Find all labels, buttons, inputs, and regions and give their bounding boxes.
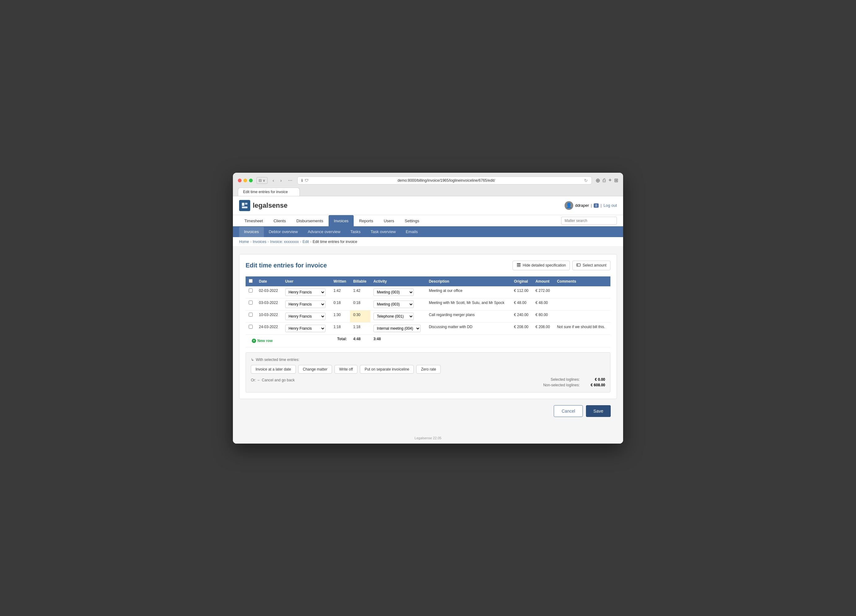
page-content: Edit time entries for invoice Hide detai…: [233, 247, 623, 432]
grid-button[interactable]: ⋯: [287, 177, 294, 184]
page-header: Edit time entries for invoice Hide detai…: [246, 261, 610, 270]
avatar: 👤: [565, 201, 573, 210]
tab-bar: Edit time entries for invoice: [238, 187, 618, 196]
col-amount: Amount: [533, 277, 554, 286]
minimize-button[interactable]: [243, 178, 247, 182]
cell-billable: 1:18: [350, 322, 370, 334]
user-select[interactable]: Henry Francis: [285, 289, 325, 296]
nav-settings[interactable]: Settings: [400, 215, 425, 226]
cancel-link[interactable]: Or: ← Cancel and go back: [251, 378, 543, 382]
total-label: Total:: [331, 334, 350, 347]
browser-chrome: ⊟ ∨ ‹ › ⋯ ℹ 🛡 demo:8000/billing/invoice/…: [233, 173, 623, 196]
footer: Legalsense 22.05: [233, 432, 623, 444]
activity-select[interactable]: Meeting (003): [374, 289, 414, 296]
invoice-later-button[interactable]: Invoice at a later date: [251, 365, 296, 373]
cell-amount: € 80.00: [533, 310, 554, 322]
back-button[interactable]: ‹: [271, 177, 275, 184]
svg-rect-3: [517, 263, 520, 264]
nav-disbursements[interactable]: Disbursements: [291, 215, 329, 226]
address-bar[interactable]: ℹ 🛡 demo:8000/billing/invoice/1965/logli…: [297, 177, 592, 184]
new-tab-icon[interactable]: +: [608, 177, 612, 184]
logout-link[interactable]: Log out: [604, 203, 617, 208]
svg-rect-2: [242, 206, 248, 208]
activity-select[interactable]: Internal meeting (004): [374, 325, 420, 332]
forward-button[interactable]: ›: [279, 177, 283, 184]
breadcrumb-home[interactable]: Home: [239, 240, 249, 244]
actions-layout: Or: ← Cancel and go back Selected loglin…: [251, 377, 605, 387]
subnav-invoices[interactable]: Invoices: [239, 227, 264, 237]
col-activity: Activity: [370, 277, 426, 286]
nav-reports[interactable]: Reports: [354, 215, 379, 226]
share-icon[interactable]: ⎙: [603, 178, 606, 183]
subnav-task-overview[interactable]: Task overview: [365, 227, 401, 237]
breadcrumb-invoices[interactable]: Invoices: [253, 240, 266, 244]
subnav-tasks[interactable]: Tasks: [345, 227, 365, 237]
action-buttons: Invoice at a later date Change matter Wr…: [251, 365, 605, 373]
breadcrumb-edit[interactable]: Edit: [303, 240, 309, 244]
sidebar-toggle-button[interactable]: ⊟ ∨: [256, 177, 268, 184]
menu-icon[interactable]: ⊞: [614, 177, 618, 183]
cell-activity: Telephone (001): [370, 310, 426, 322]
save-button[interactable]: Save: [586, 405, 611, 417]
close-button[interactable]: [238, 178, 242, 182]
table-row: 02-03-2022 Henry Francis 1:42 1:42 Meeti: [246, 286, 610, 298]
svg-rect-0: [242, 203, 244, 206]
cell-amount: € 48.00: [533, 298, 554, 310]
breadcrumb-invoice[interactable]: Invoice: xxxxxxxx: [270, 240, 299, 244]
cell-user: Henry Francis: [282, 298, 331, 310]
new-row-button[interactable]: + New row: [249, 337, 279, 345]
maximize-button[interactable]: [249, 178, 253, 182]
activity-select[interactable]: Telephone (001): [374, 313, 414, 320]
matter-search-input[interactable]: [561, 217, 617, 225]
active-tab[interactable]: Edit time entries for invoice: [238, 187, 300, 196]
user-select[interactable]: Henry Francis: [285, 325, 325, 332]
cell-user: Henry Francis: [282, 286, 331, 298]
cell-description: Meeting with Mr Scott, Mr Sulu, and Mr S…: [426, 298, 511, 310]
cell-billable: 1:42: [350, 286, 370, 298]
separate-invoiceline-button[interactable]: Put on separate invoiceline: [360, 365, 414, 373]
select-all-checkbox[interactable]: [249, 279, 253, 283]
svg-rect-6: [577, 264, 580, 266]
cancel-button[interactable]: Cancel: [554, 405, 583, 417]
cell-date: 10-03-2022: [256, 310, 282, 322]
change-matter-button[interactable]: Change matter: [298, 365, 332, 373]
non-selected-loglines-value: € 608.00: [583, 383, 605, 387]
row-checkbox[interactable]: [249, 313, 253, 316]
selected-label: ↳ With selected time entries:: [251, 358, 605, 362]
row-checkbox[interactable]: [249, 301, 253, 304]
user-select[interactable]: Henry Francis: [285, 313, 325, 320]
nav-timesheet[interactable]: Timesheet: [239, 215, 268, 226]
nav-invoices[interactable]: Invoices: [329, 215, 354, 226]
non-selected-loglines-row: Non-selected loglines: € 608.00: [543, 383, 605, 387]
reload-icon[interactable]: ↻: [584, 178, 588, 183]
subnav-debtor-overview[interactable]: Debtor overview: [264, 227, 303, 237]
nav-clients[interactable]: Clients: [268, 215, 291, 226]
username: ddraper: [575, 203, 589, 208]
cell-billable-highlighted: 0:30: [350, 310, 370, 322]
write-off-button[interactable]: Write off: [334, 365, 357, 373]
row-checkbox[interactable]: [249, 289, 253, 292]
table-row: 10-03-2022 Henry Francis 1:30 0:30 Telep: [246, 310, 610, 322]
table-row: 03-03-2022 Henry Francis 0:18 0:18 Meeti: [246, 298, 610, 310]
cell-written: 1:30: [331, 310, 350, 322]
page-card: Edit time entries for invoice Hide detai…: [239, 254, 617, 399]
extensions-icon[interactable]: ⊕: [596, 177, 600, 184]
traffic-lights: [238, 178, 253, 182]
activity-select[interactable]: Meeting (003): [374, 301, 414, 308]
hide-spec-button[interactable]: Hide detailed specification: [513, 261, 570, 270]
select-amount-button[interactable]: Select amount: [572, 261, 610, 270]
cell-date: 03-03-2022: [256, 298, 282, 310]
selected-actions: ↳ With selected time entries: Invoice at…: [246, 352, 610, 393]
app-header: legalsense 👤 ddraper | 8 | Log out: [233, 196, 623, 215]
user-select[interactable]: Henry Francis: [285, 301, 325, 308]
nav-users[interactable]: Users: [379, 215, 400, 226]
add-icon: +: [252, 339, 256, 343]
subnav-advance-overview[interactable]: Advance overview: [303, 227, 346, 237]
cell-original: € 48.00: [511, 298, 533, 310]
row-checkbox[interactable]: [249, 325, 253, 329]
col-user: User: [282, 277, 331, 286]
zero-rate-button[interactable]: Zero rate: [416, 365, 441, 373]
cell-written: 1:18: [331, 322, 350, 334]
svg-rect-5: [517, 266, 520, 267]
subnav-emails[interactable]: Emails: [401, 227, 423, 237]
